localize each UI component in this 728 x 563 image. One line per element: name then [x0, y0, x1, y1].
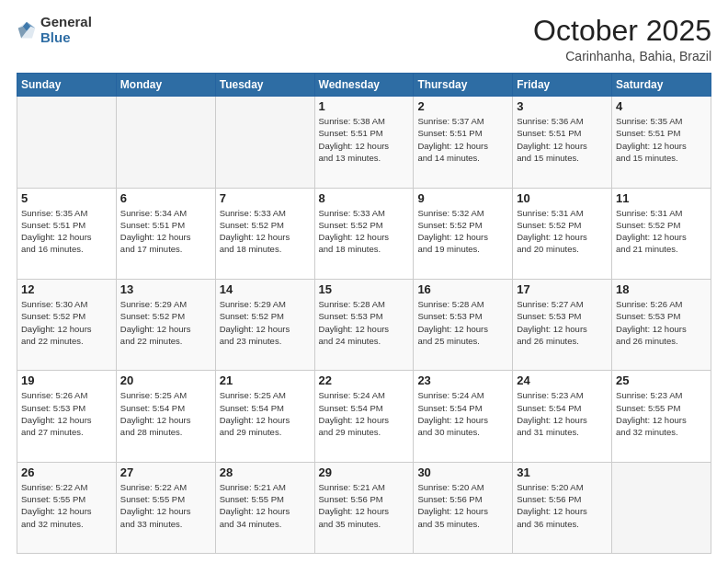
col-monday: Monday — [116, 74, 215, 97]
calendar-cell: 29Sunrise: 5:21 AM Sunset: 5:56 PM Dayli… — [314, 462, 414, 553]
day-info: Sunrise: 5:37 AM Sunset: 5:51 PM Dayligh… — [417, 115, 508, 164]
day-number: 3 — [517, 99, 608, 113]
day-info: Sunrise: 5:31 AM Sunset: 5:52 PM Dayligh… — [616, 207, 707, 256]
day-info: Sunrise: 5:22 AM Sunset: 5:55 PM Dayligh… — [21, 481, 112, 530]
day-number: 21 — [220, 373, 311, 387]
col-wednesday: Wednesday — [314, 74, 414, 97]
logo-blue: Blue — [40, 30, 92, 46]
day-info: Sunrise: 5:33 AM Sunset: 5:52 PM Dayligh… — [220, 207, 311, 256]
day-number: 23 — [417, 373, 508, 387]
calendar-table: Sunday Monday Tuesday Wednesday Thursday… — [17, 73, 711, 554]
calendar-cell: 12Sunrise: 5:30 AM Sunset: 5:52 PM Dayli… — [17, 279, 117, 370]
day-info: Sunrise: 5:29 AM Sunset: 5:52 PM Dayligh… — [120, 298, 211, 347]
calendar-cell: 7Sunrise: 5:33 AM Sunset: 5:52 PM Daylig… — [215, 188, 314, 279]
day-number: 31 — [517, 465, 608, 479]
day-number: 4 — [616, 99, 707, 113]
day-info: Sunrise: 5:30 AM Sunset: 5:52 PM Dayligh… — [21, 298, 112, 347]
calendar-cell: 27Sunrise: 5:22 AM Sunset: 5:55 PM Dayli… — [116, 462, 215, 553]
day-info: Sunrise: 5:28 AM Sunset: 5:53 PM Dayligh… — [319, 298, 410, 347]
logo-text: General Blue — [40, 15, 92, 45]
day-number: 26 — [21, 465, 112, 479]
calendar-cell: 14Sunrise: 5:29 AM Sunset: 5:52 PM Dayli… — [215, 279, 314, 370]
logo-general: General — [40, 15, 92, 30]
calendar-cell: 31Sunrise: 5:20 AM Sunset: 5:56 PM Dayli… — [513, 462, 612, 553]
day-number: 19 — [21, 373, 112, 387]
calendar-cell: 9Sunrise: 5:32 AM Sunset: 5:52 PM Daylig… — [414, 188, 513, 279]
day-number: 20 — [120, 373, 211, 387]
calendar-cell: 5Sunrise: 5:35 AM Sunset: 5:51 PM Daylig… — [17, 188, 117, 279]
logo: General Blue — [17, 15, 92, 45]
day-info: Sunrise: 5:26 AM Sunset: 5:53 PM Dayligh… — [21, 389, 112, 438]
day-info: Sunrise: 5:20 AM Sunset: 5:56 PM Dayligh… — [417, 481, 508, 530]
calendar-week-4: 19Sunrise: 5:26 AM Sunset: 5:53 PM Dayli… — [17, 371, 711, 462]
day-info: Sunrise: 5:38 AM Sunset: 5:51 PM Dayligh… — [319, 115, 410, 164]
day-number: 2 — [417, 99, 508, 113]
calendar-cell: 10Sunrise: 5:31 AM Sunset: 5:52 PM Dayli… — [513, 188, 612, 279]
day-info: Sunrise: 5:33 AM Sunset: 5:52 PM Dayligh… — [319, 207, 410, 256]
calendar-cell: 19Sunrise: 5:26 AM Sunset: 5:53 PM Dayli… — [17, 371, 117, 462]
day-info: Sunrise: 5:27 AM Sunset: 5:53 PM Dayligh… — [517, 298, 608, 347]
day-number: 28 — [220, 465, 311, 479]
day-info: Sunrise: 5:24 AM Sunset: 5:54 PM Dayligh… — [417, 389, 508, 438]
calendar-cell: 15Sunrise: 5:28 AM Sunset: 5:53 PM Dayli… — [314, 279, 414, 370]
day-info: Sunrise: 5:31 AM Sunset: 5:52 PM Dayligh… — [517, 207, 608, 256]
col-sunday: Sunday — [17, 74, 117, 97]
calendar-cell: 20Sunrise: 5:25 AM Sunset: 5:54 PM Dayli… — [116, 371, 215, 462]
calendar-cell: 16Sunrise: 5:28 AM Sunset: 5:53 PM Dayli… — [414, 279, 513, 370]
day-number: 11 — [616, 191, 707, 205]
day-number: 12 — [21, 282, 112, 296]
col-tuesday: Tuesday — [215, 74, 314, 97]
calendar-week-5: 26Sunrise: 5:22 AM Sunset: 5:55 PM Dayli… — [17, 462, 711, 553]
day-number: 1 — [319, 99, 410, 113]
month-title: October 2025 — [533, 15, 711, 47]
header: General Blue October 2025 Carinhanha, Ba… — [17, 15, 711, 63]
col-friday: Friday — [513, 74, 612, 97]
day-number: 16 — [417, 282, 508, 296]
logo-icon — [17, 20, 37, 40]
day-number: 14 — [220, 282, 311, 296]
calendar-cell: 3Sunrise: 5:36 AM Sunset: 5:51 PM Daylig… — [513, 97, 612, 188]
day-number: 5 — [21, 191, 112, 205]
calendar-cell: 11Sunrise: 5:31 AM Sunset: 5:52 PM Dayli… — [612, 188, 711, 279]
page-container: General Blue October 2025 Carinhanha, Ba… — [0, 0, 728, 563]
day-info: Sunrise: 5:25 AM Sunset: 5:54 PM Dayligh… — [120, 389, 211, 438]
calendar-cell: 21Sunrise: 5:25 AM Sunset: 5:54 PM Dayli… — [215, 371, 314, 462]
calendar-week-2: 5Sunrise: 5:35 AM Sunset: 5:51 PM Daylig… — [17, 188, 711, 279]
day-info: Sunrise: 5:24 AM Sunset: 5:54 PM Dayligh… — [319, 389, 410, 438]
title-block: October 2025 Carinhanha, Bahia, Brazil — [533, 15, 711, 63]
day-number: 30 — [417, 465, 508, 479]
day-number: 6 — [120, 191, 211, 205]
calendar-cell: 6Sunrise: 5:34 AM Sunset: 5:51 PM Daylig… — [116, 188, 215, 279]
calendar-cell — [215, 97, 314, 188]
day-info: Sunrise: 5:20 AM Sunset: 5:56 PM Dayligh… — [517, 481, 608, 530]
calendar-cell: 18Sunrise: 5:26 AM Sunset: 5:53 PM Dayli… — [612, 279, 711, 370]
day-info: Sunrise: 5:28 AM Sunset: 5:53 PM Dayligh… — [417, 298, 508, 347]
day-number: 29 — [319, 465, 410, 479]
calendar-cell: 28Sunrise: 5:21 AM Sunset: 5:55 PM Dayli… — [215, 462, 314, 553]
day-number: 13 — [120, 282, 211, 296]
calendar-header-row: Sunday Monday Tuesday Wednesday Thursday… — [17, 74, 711, 97]
calendar-cell — [612, 462, 711, 553]
day-info: Sunrise: 5:23 AM Sunset: 5:54 PM Dayligh… — [517, 389, 608, 438]
day-number: 27 — [120, 465, 211, 479]
day-info: Sunrise: 5:22 AM Sunset: 5:55 PM Dayligh… — [120, 481, 211, 530]
calendar-cell: 25Sunrise: 5:23 AM Sunset: 5:55 PM Dayli… — [612, 371, 711, 462]
day-info: Sunrise: 5:36 AM Sunset: 5:51 PM Dayligh… — [517, 115, 608, 164]
calendar-cell — [116, 97, 215, 188]
day-info: Sunrise: 5:23 AM Sunset: 5:55 PM Dayligh… — [616, 389, 707, 438]
location-subtitle: Carinhanha, Bahia, Brazil — [533, 49, 711, 63]
day-info: Sunrise: 5:21 AM Sunset: 5:56 PM Dayligh… — [319, 481, 410, 530]
day-info: Sunrise: 5:21 AM Sunset: 5:55 PM Dayligh… — [220, 481, 311, 530]
day-info: Sunrise: 5:35 AM Sunset: 5:51 PM Dayligh… — [616, 115, 707, 164]
day-number: 22 — [319, 373, 410, 387]
day-number: 17 — [517, 282, 608, 296]
col-thursday: Thursday — [414, 74, 513, 97]
day-number: 24 — [517, 373, 608, 387]
day-number: 25 — [616, 373, 707, 387]
day-number: 15 — [319, 282, 410, 296]
day-number: 10 — [517, 191, 608, 205]
calendar-cell: 4Sunrise: 5:35 AM Sunset: 5:51 PM Daylig… — [612, 97, 711, 188]
day-number: 8 — [319, 191, 410, 205]
calendar-cell: 1Sunrise: 5:38 AM Sunset: 5:51 PM Daylig… — [314, 97, 414, 188]
col-saturday: Saturday — [612, 74, 711, 97]
